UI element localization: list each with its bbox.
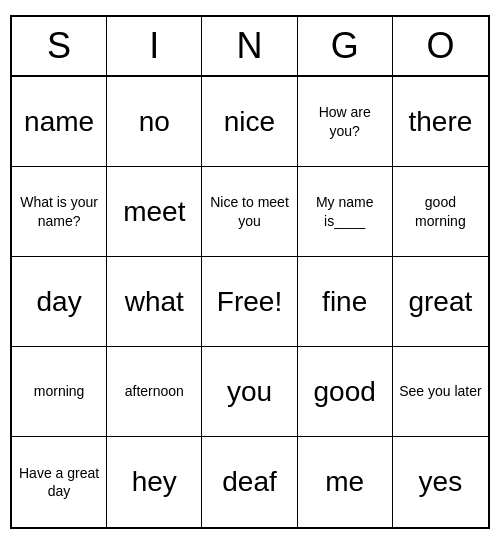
cell-text-10: day bbox=[37, 286, 82, 318]
cell-text-5: What is your name? bbox=[18, 193, 100, 229]
cell-text-23: me bbox=[325, 466, 364, 498]
bingo-cell-4: there bbox=[393, 77, 488, 167]
bingo-cell-2: nice bbox=[202, 77, 297, 167]
cell-text-12: Free! bbox=[217, 286, 282, 318]
cell-text-7: Nice to meet you bbox=[208, 193, 290, 229]
cell-text-19: See you later bbox=[399, 382, 482, 400]
bingo-cell-20: Have a great day bbox=[12, 437, 107, 527]
bingo-cell-16: afternoon bbox=[107, 347, 202, 437]
cell-text-11: what bbox=[125, 286, 184, 318]
bingo-cell-6: meet bbox=[107, 167, 202, 257]
cell-text-20: Have a great day bbox=[18, 464, 100, 500]
cell-text-24: yes bbox=[419, 466, 463, 498]
bingo-cell-17: you bbox=[202, 347, 297, 437]
bingo-cell-18: good bbox=[298, 347, 393, 437]
bingo-cell-8: My name is____ bbox=[298, 167, 393, 257]
cell-text-15: morning bbox=[34, 382, 85, 400]
bingo-cell-9: good morning bbox=[393, 167, 488, 257]
cell-text-21: hey bbox=[132, 466, 177, 498]
bingo-cell-24: yes bbox=[393, 437, 488, 527]
cell-text-0: name bbox=[24, 106, 94, 138]
cell-text-2: nice bbox=[224, 106, 275, 138]
bingo-cell-22: deaf bbox=[202, 437, 297, 527]
cell-text-13: fine bbox=[322, 286, 367, 318]
bingo-cell-5: What is your name? bbox=[12, 167, 107, 257]
bingo-cell-10: day bbox=[12, 257, 107, 347]
cell-text-16: afternoon bbox=[125, 382, 184, 400]
bingo-card: SINGO namenoniceHow are you?thereWhat is… bbox=[10, 15, 490, 529]
cell-text-17: you bbox=[227, 376, 272, 408]
bingo-cell-23: me bbox=[298, 437, 393, 527]
cell-text-3: How are you? bbox=[304, 103, 386, 139]
bingo-cell-3: How are you? bbox=[298, 77, 393, 167]
bingo-cell-19: See you later bbox=[393, 347, 488, 437]
header-letter-G: G bbox=[298, 17, 393, 75]
cell-text-22: deaf bbox=[222, 466, 277, 498]
bingo-cell-0: name bbox=[12, 77, 107, 167]
bingo-cell-12: Free! bbox=[202, 257, 297, 347]
bingo-cell-15: morning bbox=[12, 347, 107, 437]
bingo-cell-7: Nice to meet you bbox=[202, 167, 297, 257]
bingo-cell-1: no bbox=[107, 77, 202, 167]
cell-text-18: good bbox=[314, 376, 376, 408]
header-letter-O: O bbox=[393, 17, 488, 75]
bingo-header: SINGO bbox=[12, 17, 488, 77]
cell-text-9: good morning bbox=[399, 193, 482, 229]
cell-text-4: there bbox=[408, 106, 472, 138]
bingo-cell-21: hey bbox=[107, 437, 202, 527]
bingo-cell-13: fine bbox=[298, 257, 393, 347]
bingo-grid: namenoniceHow are you?thereWhat is your … bbox=[12, 77, 488, 527]
cell-text-6: meet bbox=[123, 196, 185, 228]
header-letter-I: I bbox=[107, 17, 202, 75]
bingo-cell-11: what bbox=[107, 257, 202, 347]
header-letter-S: S bbox=[12, 17, 107, 75]
cell-text-14: great bbox=[408, 286, 472, 318]
header-letter-N: N bbox=[202, 17, 297, 75]
bingo-cell-14: great bbox=[393, 257, 488, 347]
cell-text-8: My name is____ bbox=[304, 193, 386, 229]
cell-text-1: no bbox=[139, 106, 170, 138]
